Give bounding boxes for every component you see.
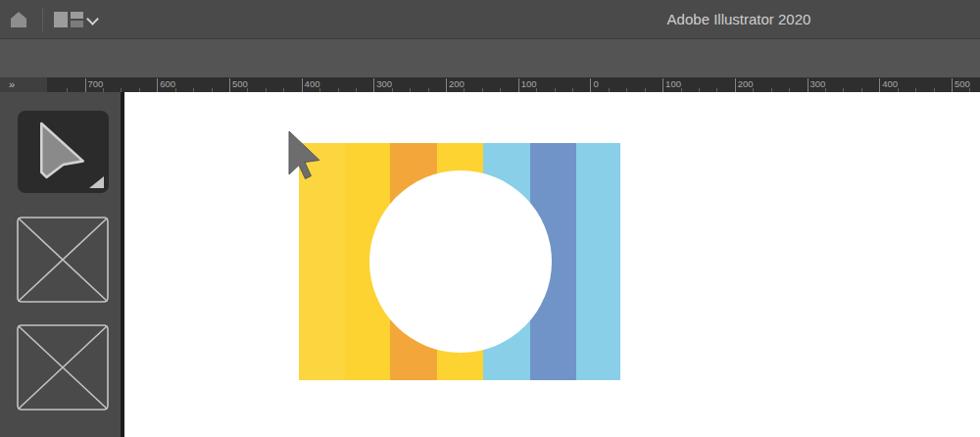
- ruler-label: 300: [810, 78, 826, 89]
- ruler-label: 500: [955, 78, 970, 89]
- ruler-major-tick: [808, 78, 808, 92]
- ruler-label: 200: [449, 78, 465, 89]
- workspace-switcher-icon[interactable]: [54, 12, 83, 27]
- ruler-major-tick: [302, 78, 303, 92]
- selection-tool-arrow-icon: [39, 121, 85, 179]
- double-chevron-right-icon: »: [9, 78, 15, 90]
- ruler-label: 200: [738, 78, 754, 89]
- ruler-major-tick: [952, 78, 953, 92]
- tool-flyout-indicator: [89, 176, 104, 188]
- empty-tool-slot[interactable]: [17, 217, 109, 303]
- home-icon[interactable]: [9, 10, 28, 29]
- artwork-circle[interactable]: [369, 170, 552, 353]
- ruler-major-tick: [735, 78, 736, 92]
- ruler-major-tick: [157, 78, 158, 92]
- ruler-label: 0: [593, 78, 598, 89]
- selection-tool-button[interactable]: [18, 111, 109, 193]
- workspace-chevron-down-icon[interactable]: [86, 13, 99, 25]
- ruler-label: 300: [376, 78, 392, 89]
- ruler-label: 400: [882, 78, 898, 89]
- pointer-cursor: [288, 130, 321, 181]
- window-title: Adobe Illustrator 2020: [667, 11, 811, 27]
- ruler-label: 700: [88, 78, 104, 89]
- ruler-major-tick: [373, 78, 374, 92]
- ruler-major-tick: [518, 78, 519, 92]
- titlebar-divider: [42, 8, 43, 31]
- ruler-label: 400: [305, 78, 320, 89]
- title-bar: Adobe Illustrator 2020: [0, 0, 980, 39]
- ruler-label: 100: [665, 78, 681, 89]
- ruler-major-tick: [590, 78, 591, 92]
- artwork-stripe-sky-blue-2[interactable]: [576, 143, 620, 380]
- artboard-canvas[interactable]: [124, 92, 980, 437]
- control-bar: No Selection Stroke: 2 pt Uniform 3 pt. …: [0, 39, 980, 77]
- ruler-major-tick: [229, 78, 230, 92]
- ruler-major-tick: [85, 78, 86, 92]
- illustrator-window: Adobe Illustrator 2020 No Selection Stro…: [0, 0, 980, 437]
- empty-tool-slot[interactable]: [17, 324, 109, 411]
- ruler-label: 500: [232, 78, 248, 89]
- ruler-major-tick: [662, 78, 663, 92]
- horizontal-ruler[interactable]: » 7006005004003002001000100200300400500: [0, 77, 980, 92]
- tools-panel: [0, 92, 121, 437]
- ruler-major-tick: [446, 78, 447, 92]
- ruler-label: 100: [521, 78, 537, 89]
- ruler-label: 600: [160, 78, 175, 89]
- ruler-corner-expand[interactable]: »: [0, 77, 47, 92]
- ruler-major-tick: [879, 78, 880, 92]
